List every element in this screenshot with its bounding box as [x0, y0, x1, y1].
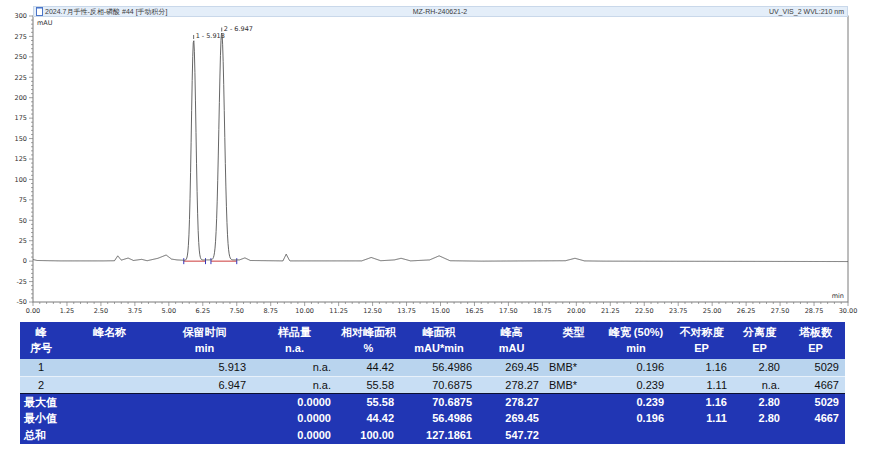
cell: 55.58 — [337, 394, 400, 410]
x-tick-label: 7.50 — [230, 307, 244, 315]
x-tick-label: 2.50 — [94, 307, 108, 315]
cell: 55.58 — [337, 377, 400, 393]
cell: 0.196 — [602, 410, 670, 427]
chromatogram-plot: -50-250255075100125150175200225250275300… — [0, 0, 879, 318]
y-axis-unit-label: mAU — [37, 19, 53, 27]
y-tick-label: 100 — [15, 176, 27, 184]
cell: 2.80 — [733, 410, 786, 427]
x-tick-label: 12.50 — [363, 307, 382, 315]
cell — [157, 394, 252, 410]
y-tick-label: 275 — [15, 33, 27, 41]
cell — [545, 410, 602, 427]
cell: 278.27 — [478, 394, 545, 410]
column-header: 不对称度EP — [670, 322, 733, 359]
column-header-unit: min — [157, 340, 252, 356]
column-header: 峰名称 — [62, 322, 157, 359]
y-tick-label: 75 — [19, 196, 27, 204]
cell: 6.947 — [157, 377, 252, 393]
summary-label: 最大值 — [20, 394, 157, 410]
column-header-label: 峰高 — [478, 324, 545, 340]
column-header: 样品量n.a. — [252, 322, 337, 359]
summary-row: 总和0.0000100.00127.1861547.72 — [20, 427, 845, 444]
cell — [157, 427, 252, 444]
cell: 127.1861 — [400, 427, 478, 444]
x-tick-label: 30.00 — [839, 307, 858, 315]
summary-row: 最小值0.000044.4256.4986269.450.1961.112.80… — [20, 410, 845, 427]
cell: 1 — [20, 359, 62, 376]
x-tick-label: 1.25 — [60, 307, 74, 315]
y-tick-label: 300 — [15, 12, 27, 20]
x-tick-label: 25.00 — [703, 307, 722, 315]
y-tick-label: 250 — [15, 53, 27, 61]
column-header-unit: % — [337, 340, 400, 356]
cell: 1.16 — [670, 359, 733, 376]
column-header-unit: mAU*min — [400, 340, 478, 356]
x-tick-label: 23.75 — [669, 307, 688, 315]
x-tick-label: 5.00 — [162, 307, 176, 315]
column-header: 峰序号 — [20, 322, 62, 359]
x-tick-label: 11.25 — [329, 307, 348, 315]
injection-title-text: 2024.7月手性-反相-磷酸 #44 [手动积分] — [45, 7, 168, 17]
x-tick-label: 6.25 — [196, 307, 210, 315]
table-header-row: 峰序号峰名称保留时间min样品量n.a.相对峰面积%峰面积mAU*min峰高mA… — [20, 322, 845, 359]
column-header: 分离度EP — [733, 322, 786, 359]
cell: 5029 — [786, 394, 845, 410]
x-axis-unit-label: min — [832, 292, 844, 300]
cell: 70.6875 — [400, 394, 478, 410]
y-tick-label: 200 — [15, 94, 27, 102]
column-header-label: 保留时间 — [157, 324, 252, 340]
column-header-label: 相对峰面积 — [337, 324, 400, 340]
y-tick-label: 175 — [15, 114, 27, 122]
injection-icon — [36, 7, 43, 16]
cell: 0.0000 — [252, 394, 337, 410]
column-header: 峰宽 (50%)min — [602, 322, 670, 359]
cell: 70.6875 — [400, 377, 478, 393]
sample-name: MZ-RH-240621-2 — [305, 8, 574, 15]
cell: 2.80 — [733, 394, 786, 410]
y-tick-label: 150 — [15, 135, 27, 143]
column-header-label: 峰 — [20, 324, 62, 340]
cell: 5029 — [786, 359, 845, 376]
x-tick-label: 13.75 — [397, 307, 416, 315]
x-tick-label: 20.00 — [567, 307, 586, 315]
x-tick-label: 18.75 — [533, 307, 552, 315]
channel-label: UV_VIS_2 WVL:210 nm — [575, 8, 847, 15]
x-tick-label: 0.00 — [26, 307, 40, 315]
cell: 2 — [20, 377, 62, 393]
summary-label: 总和 — [20, 427, 157, 444]
column-header-unit: EP — [733, 340, 786, 356]
column-header: 相对峰面积% — [337, 322, 400, 359]
cell: 0.0000 — [252, 410, 337, 427]
y-tick-label: -25 — [16, 278, 27, 286]
y-tick-label: 0 — [23, 257, 27, 265]
column-header-label: 塔板数 — [786, 324, 845, 340]
column-header-label: 分离度 — [733, 324, 786, 340]
report-page: -50-250255075100125150175200225250275300… — [0, 0, 879, 459]
column-header-label: 峰面积 — [400, 324, 478, 340]
x-tick-label: 10.00 — [295, 307, 314, 315]
cell: 1.11 — [670, 410, 733, 427]
cell: 4667 — [786, 410, 845, 427]
y-tick-label: 225 — [15, 74, 27, 82]
x-tick-label: 8.75 — [263, 307, 277, 315]
column-header-unit: 序号 — [20, 340, 62, 356]
cell: 4667 — [786, 377, 845, 393]
x-tick-label: 28.75 — [805, 307, 824, 315]
chromatogram-panel: -50-250255075100125150175200225250275300… — [0, 0, 879, 318]
cell: n.a. — [733, 377, 786, 393]
cell: 1.16 — [670, 394, 733, 410]
cell: 0.239 — [602, 377, 670, 393]
cell — [157, 410, 252, 427]
cell: 100.00 — [337, 427, 400, 444]
column-header-unit: n.a. — [252, 340, 337, 356]
column-header-unit: EP — [786, 340, 845, 356]
cell: 2.80 — [733, 359, 786, 376]
x-tick-label: 3.75 — [128, 307, 142, 315]
x-tick-label: 27.50 — [771, 307, 790, 315]
summary-row: 最大值0.000055.5870.6875278.270.2391.162.80… — [20, 393, 845, 410]
chromatogram-title-bar: 2024.7月手性-反相-磷酸 #44 [手动积分] MZ-RH-240621-… — [33, 6, 848, 17]
cell: 0.239 — [602, 394, 670, 410]
column-header-label: 样品量 — [252, 324, 337, 340]
x-tick-label: 17.50 — [499, 307, 518, 315]
cell: 44.42 — [337, 359, 400, 376]
